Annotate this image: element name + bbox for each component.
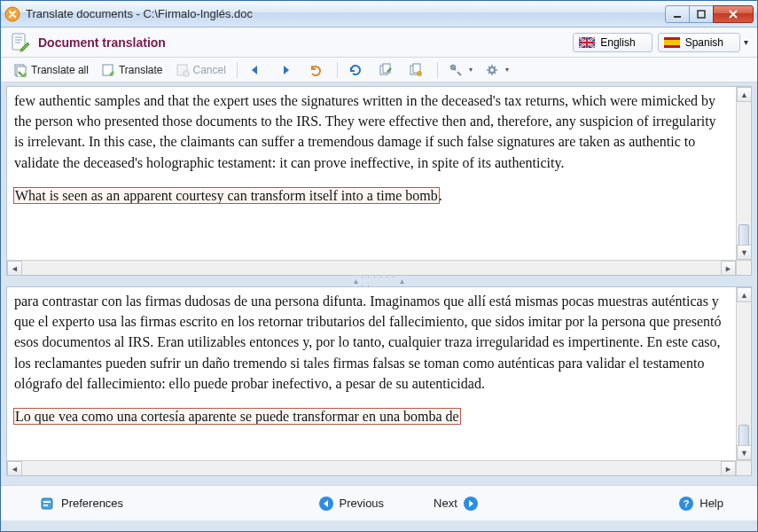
source-text-pane: few authentic samples and that the exper… — [6, 86, 752, 276]
chevron-down-icon: ▾ — [505, 66, 509, 74]
horizontal-scrollbar[interactable]: ◄ ► — [7, 260, 736, 275]
translate-all-button[interactable]: Translate all — [8, 60, 94, 80]
source-text-body[interactable]: few authentic samples and that the exper… — [7, 87, 736, 260]
svg-point-25 — [489, 67, 495, 73]
target-text-body[interactable]: para contrastar con las firmas dudosas d… — [7, 287, 736, 460]
cancel-label: Cancel — [193, 64, 226, 76]
target-text-pane: para contrastar con las firmas dudosas d… — [6, 286, 752, 476]
close-button[interactable] — [713, 5, 754, 23]
window-controls — [666, 5, 754, 23]
splitter-grip: ▲· · · · · · · ·▲ — [353, 278, 406, 284]
document-edit-icon — [10, 32, 31, 53]
svg-point-23 — [417, 71, 422, 76]
cancel-icon — [176, 63, 190, 77]
scroll-down-button[interactable]: ▼ — [737, 245, 752, 260]
refresh-icon — [348, 63, 363, 77]
target-language-selector[interactable]: Spanish — [658, 33, 740, 52]
next-label: Next — [434, 497, 457, 510]
scroll-up-button[interactable]: ▲ — [737, 87, 752, 102]
toolbar: Translate all Translate Cancel ▾ ▾ — [1, 58, 757, 82]
translate-label: Translate — [119, 64, 163, 76]
preferences-button[interactable]: Preferences — [27, 492, 130, 515]
horizontal-scrollbar[interactable]: ◄ ► — [7, 460, 736, 475]
separator — [337, 62, 338, 78]
undo-button[interactable] — [303, 60, 332, 80]
tools-dropdown[interactable]: ▾ — [443, 60, 478, 80]
target-paragraph-highlighted: Lo que vea como una cortesía aparente se… — [14, 406, 729, 426]
gear-icon — [485, 63, 499, 77]
svg-rect-27 — [43, 501, 51, 503]
svg-rect-11 — [579, 42, 595, 43]
forward-button[interactable] — [273, 60, 301, 80]
spain-flag-icon — [664, 37, 680, 48]
back-button[interactable] — [243, 60, 271, 80]
tools-icon — [449, 63, 463, 77]
uk-flag-icon — [579, 37, 595, 48]
header: Document translation English Spanish ▾ — [1, 27, 757, 58]
scroll-corner — [736, 260, 751, 275]
source-language-selector[interactable]: English — [573, 33, 652, 52]
scroll-left-button[interactable]: ◄ — [7, 261, 22, 276]
help-label: Help — [699, 497, 723, 510]
preferences-icon — [40, 496, 56, 512]
settings-dropdown[interactable]: ▾ — [480, 60, 514, 80]
previous-button[interactable]: Previous — [306, 492, 392, 515]
svg-rect-2 — [698, 11, 705, 18]
copy-target-button[interactable] — [403, 60, 432, 80]
maximize-button[interactable] — [689, 5, 714, 23]
vertical-scrollbar[interactable]: ▲ ▼ — [736, 287, 751, 460]
page-title: Document translation — [38, 35, 567, 50]
source-paragraph: few authentic samples and that the exper… — [14, 90, 729, 173]
source-paragraph-highlighted: What is seen as an apparent courtesy can… — [14, 185, 729, 206]
vertical-scrollbar[interactable]: ▲ ▼ — [736, 87, 751, 260]
pane-splitter[interactable]: ▲· · · · · · · ·▲ — [6, 276, 752, 286]
svg-text:?: ? — [684, 498, 690, 509]
translate-button[interactable]: Translate — [96, 60, 168, 80]
next-button[interactable]: Next — [426, 492, 491, 515]
copy-target-icon — [409, 63, 423, 77]
help-icon: ? — [678, 496, 694, 512]
arrow-right-icon — [278, 63, 293, 77]
svg-rect-26 — [42, 498, 52, 509]
arrow-right-circle-icon — [463, 496, 479, 512]
translate-all-label: Translate all — [31, 64, 89, 76]
copy-source-button[interactable] — [373, 60, 402, 80]
minimize-button[interactable] — [665, 5, 690, 23]
chevron-down-icon: ▾ — [469, 66, 473, 74]
source-language-label: English — [600, 36, 635, 49]
svg-rect-13 — [664, 40, 680, 45]
target-language-label: Spanish — [685, 36, 723, 49]
refresh-button[interactable] — [343, 60, 371, 80]
content-area: few authentic samples and that the exper… — [1, 82, 757, 485]
target-paragraph: para contrastar con las firmas dudosas d… — [14, 291, 729, 394]
svg-rect-1 — [674, 16, 681, 18]
translate-icon — [101, 63, 115, 77]
scroll-right-button[interactable]: ► — [721, 461, 736, 476]
preferences-label: Preferences — [61, 497, 123, 510]
scroll-corner — [736, 460, 751, 475]
scroll-up-button[interactable]: ▲ — [737, 287, 752, 302]
window-title: Translate documents - C:\Firmalo-Inglés.… — [26, 7, 666, 20]
highlighted-segment: What is seen as an apparent courtesy can… — [14, 188, 439, 203]
titlebar: Translate documents - C:\Firmalo-Inglés.… — [1, 1, 757, 27]
footer: Preferences Previous Next ? Help — [1, 485, 757, 520]
scroll-down-button[interactable]: ▼ — [737, 445, 752, 460]
arrow-left-circle-icon — [318, 496, 334, 512]
highlighted-segment: Lo que vea como una cortesía aparente se… — [14, 409, 460, 424]
scroll-left-button[interactable]: ◄ — [7, 461, 22, 476]
cancel-button: Cancel — [170, 60, 231, 80]
help-button[interactable]: ? Help — [666, 492, 731, 515]
undo-icon — [309, 63, 323, 77]
previous-label: Previous — [340, 497, 385, 510]
language-dropdown-caret[interactable]: ▾ — [744, 37, 748, 47]
arrow-left-icon — [248, 63, 262, 77]
scroll-right-button[interactable]: ► — [721, 261, 736, 276]
copy-source-icon — [379, 63, 393, 77]
separator — [237, 62, 238, 78]
separator — [437, 62, 438, 78]
app-icon — [4, 6, 20, 22]
svg-rect-28 — [43, 505, 48, 506]
translate-all-icon — [13, 63, 27, 77]
